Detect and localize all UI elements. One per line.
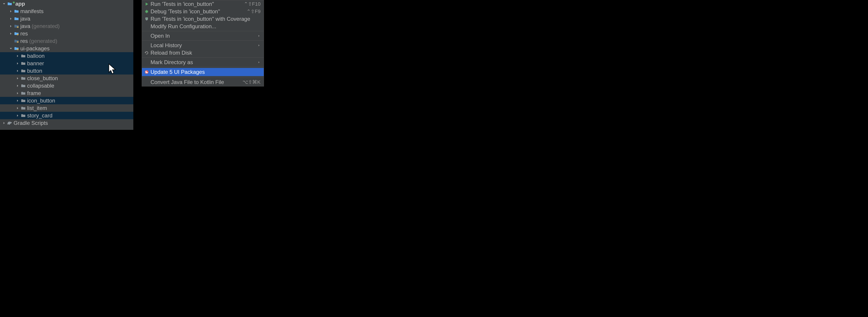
- tree-label: banner: [27, 60, 44, 67]
- folder-icon: [21, 76, 26, 80]
- gradle-icon: [7, 121, 12, 125]
- menu-separator: [142, 40, 264, 41]
- tree-label: close_button: [27, 75, 58, 81]
- debug-icon: [144, 9, 149, 13]
- chevron-right-icon: [16, 106, 20, 110]
- menu-item-local-history[interactable]: Local History: [142, 41, 264, 49]
- run-icon: [144, 2, 149, 6]
- tree-suffix: (generated): [29, 38, 57, 44]
- folder-icon: [21, 99, 26, 103]
- folder-icon: [21, 61, 26, 66]
- menu-item-coverage[interactable]: Run 'Tests in 'icon_button'' with Covera…: [142, 15, 264, 23]
- folder-icon: [21, 91, 26, 95]
- tree-item-res-generated[interactable]: res (generated): [0, 37, 133, 45]
- chevron-right-icon: [9, 17, 13, 21]
- tree-item-collapsable[interactable]: collapsable: [0, 82, 133, 90]
- chevron-right-icon: [16, 92, 20, 95]
- tree-item-gradle-scripts[interactable]: Gradle Scripts: [0, 119, 133, 127]
- tree-label: res: [20, 31, 28, 37]
- generated-res-folder-icon: [14, 39, 19, 43]
- tree-label: button: [27, 68, 42, 74]
- submenu-arrow-icon: [257, 61, 260, 64]
- chevron-right-icon: [16, 114, 20, 117]
- menu-item-open-in[interactable]: Open In: [142, 32, 264, 39]
- folder-icon: [7, 2, 12, 6]
- svg-point-6: [146, 71, 147, 72]
- tree-item-ui-packages[interactable]: ui-packages: [0, 45, 133, 52]
- tree-item-manifests[interactable]: manifests: [0, 7, 133, 15]
- folder-icon: [14, 9, 19, 13]
- chevron-right-icon: [9, 9, 13, 13]
- menu-label: Open In: [151, 33, 257, 39]
- res-folder-icon: [14, 32, 19, 36]
- tree-item-button[interactable]: button: [0, 67, 133, 74]
- menu-label: Debug 'Tests in 'icon_button'': [151, 8, 247, 15]
- tree-label: Gradle Scripts: [13, 120, 48, 126]
- chevron-right-icon: [2, 121, 6, 125]
- tree-label: balloon: [27, 53, 44, 59]
- tree-label: frame: [27, 90, 41, 96]
- svg-point-4: [145, 10, 148, 13]
- menu-item-mark-directory[interactable]: Mark Directory as: [142, 59, 264, 66]
- folder-icon: [21, 106, 26, 110]
- tree-item-banner[interactable]: banner: [0, 60, 133, 67]
- menu-shortcut: ⌃⇧F9: [247, 8, 260, 14]
- chevron-right-icon: [16, 62, 20, 65]
- menu-label: Run 'Tests in 'icon_button'': [151, 1, 244, 7]
- menu-item-convert-kotlin[interactable]: Convert Java File to Kotlin File ⌥⇧⌘K: [142, 78, 264, 86]
- menu-item-run[interactable]: Run 'Tests in 'icon_button'' ⌃⇧F10: [142, 0, 264, 8]
- context-menu: Run 'Tests in 'icon_button'' ⌃⇧F10 Debug…: [142, 0, 264, 86]
- tree-item-app[interactable]: app: [0, 0, 133, 7]
- folder-icon: [21, 84, 26, 88]
- tree-item-java[interactable]: java: [0, 15, 133, 22]
- menu-label: Modify Run Configuration...: [151, 23, 260, 30]
- tree-item-story-card[interactable]: story_card: [0, 112, 133, 119]
- chevron-right-icon: [16, 99, 20, 103]
- tree-item-frame[interactable]: frame: [0, 90, 133, 97]
- menu-label: Convert Java File to Kotlin File: [151, 79, 243, 85]
- relay-icon: [144, 70, 149, 74]
- tree-label: app: [16, 1, 25, 7]
- tree-label: java: [20, 23, 30, 29]
- folder-icon: [21, 113, 26, 118]
- tree-label: res: [20, 38, 28, 44]
- project-tree: app manifests java java (generated) res …: [0, 0, 133, 130]
- chevron-right-icon: [16, 76, 20, 80]
- tree-item-java-generated[interactable]: java (generated): [0, 22, 133, 30]
- res-folder-icon: [14, 46, 19, 50]
- menu-label: Mark Directory as: [151, 59, 257, 66]
- svg-rect-1: [17, 34, 19, 35]
- chevron-right-icon: [16, 84, 20, 87]
- chevron-right-icon: [9, 24, 13, 28]
- tree-label: manifests: [20, 8, 43, 14]
- tree-suffix: (generated): [32, 23, 60, 29]
- svg-rect-2: [17, 41, 19, 43]
- folder-icon: [14, 17, 19, 21]
- tree-item-icon-button[interactable]: icon_button: [0, 97, 133, 104]
- chevron-down-icon: [9, 47, 13, 50]
- menu-separator: [142, 57, 264, 58]
- chevron-right-icon: [16, 54, 20, 58]
- tree-item-close-button[interactable]: close_button: [0, 74, 133, 82]
- svg-rect-0: [17, 26, 19, 28]
- menu-shortcut: ⌥⇧⌘K: [243, 79, 260, 85]
- menu-label: Reload from Disk: [151, 50, 260, 56]
- menu-item-update-ui-packages[interactable]: Update 5 UI Packages: [142, 68, 264, 76]
- tree-label: collapsable: [27, 83, 54, 89]
- tree-label: list_item: [27, 105, 47, 111]
- chevron-right-icon: [16, 69, 20, 73]
- tree-item-list-item[interactable]: list_item: [0, 104, 133, 112]
- submenu-arrow-icon: [257, 44, 260, 46]
- menu-label: Run 'Tests in 'icon_button'' with Covera…: [151, 16, 260, 22]
- tree-item-res[interactable]: res: [0, 30, 133, 37]
- menu-item-debug[interactable]: Debug 'Tests in 'icon_button'' ⌃⇧F9: [142, 8, 264, 15]
- submenu-arrow-icon: [257, 35, 260, 37]
- tree-item-balloon[interactable]: balloon: [0, 52, 133, 60]
- menu-label: Local History: [151, 42, 257, 48]
- folder-icon: [21, 54, 26, 58]
- menu-item-modify-run[interactable]: Modify Run Configuration...: [142, 23, 264, 30]
- tree-label: icon_button: [27, 98, 55, 104]
- chevron-down-icon: [2, 2, 6, 6]
- menu-separator: [142, 31, 264, 31]
- menu-item-reload[interactable]: Reload from Disk: [142, 49, 264, 57]
